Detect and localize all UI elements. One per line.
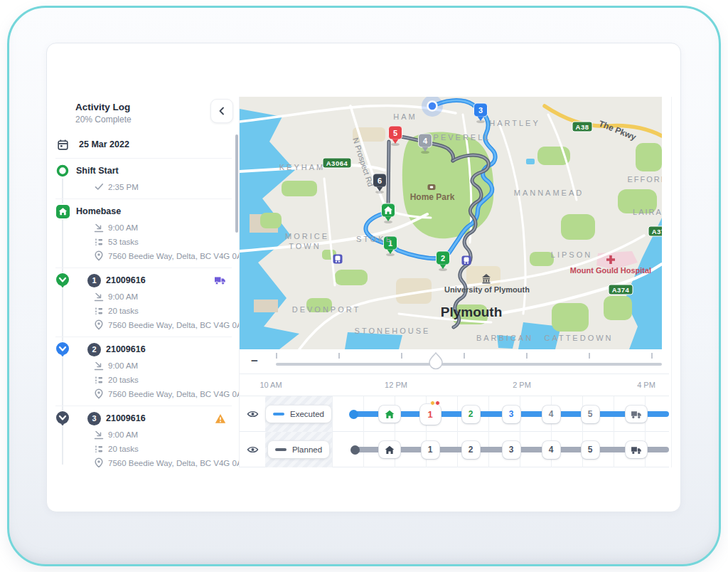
tasks-icon [94, 237, 104, 247]
train-poi-icon [333, 255, 343, 264]
map[interactable]: 543612 A3064A38A374A374 HAMKEYHAMMORICET… [240, 97, 662, 349]
timeline-panel: − 10 AM12 PM2 PM4 PM [240, 349, 669, 467]
entry-detail-pin: 7560 Beedie Way, Delta, BC V4G 0A5, CA [94, 388, 232, 400]
planned-home-chip[interactable] [379, 441, 400, 458]
executed-start-dot [349, 410, 358, 419]
entry-detail-arrival: 9:00 AM [94, 221, 232, 233]
current-location-dot[interactable] [428, 102, 437, 111]
planned-stop-chip-1[interactable]: 1 [422, 441, 439, 459]
legend-executed: Executed [266, 406, 331, 423]
activity-entry-stop-2[interactable]: 2210096169:00 AM20 tasks7560 Beedie Way,… [55, 337, 232, 406]
tasks-icon [94, 306, 104, 316]
map-label: KEYHAM [279, 163, 325, 171]
slider-track[interactable] [276, 363, 662, 366]
activity-entry-list: 25 Mar 2022Shift Start2:35 PMHomebase9:0… [55, 132, 232, 467]
planned-stop-chip-3[interactable]: 3 [503, 441, 520, 459]
map-label: HARTLEY [489, 119, 540, 127]
map-label: LIPSON [551, 250, 592, 259]
panel-title: Activity Log [75, 102, 130, 112]
svg-text:A374: A374 [652, 228, 662, 235]
map-label: STOKE [356, 235, 393, 243]
slider-handle[interactable] [427, 351, 445, 371]
map-label: MANNAMEAD [514, 189, 584, 197]
executed-stop-chip-2[interactable]: 2 [462, 406, 480, 423]
planned-color-swatch [275, 448, 287, 451]
time-axis-label: 2 PM [506, 381, 537, 389]
map-label: CATTEDOWN [544, 334, 613, 342]
planned-route-highlight [388, 142, 389, 208]
map-label: DEVONPORT [292, 305, 360, 314]
entry-title: 21009616 [106, 413, 146, 423]
executed-truck-chip[interactable] [626, 406, 647, 423]
pin-icon [94, 319, 104, 330]
map-label: BARBICAN [476, 334, 533, 342]
map-label: EFFORD [627, 175, 662, 184]
entry-detail-pin: 7560 Beedie Way, Delta, BC V4G 0A5, CA [94, 319, 232, 331]
planned-truck-chip[interactable] [626, 441, 647, 458]
planned-stop-chip-5[interactable]: 5 [582, 441, 599, 459]
alert-dot [430, 401, 435, 406]
entry-title: 25 Mar 2022 [79, 139, 129, 149]
executed-stop-chip-3[interactable]: 3 [503, 406, 520, 423]
zoom-out-button[interactable]: − [247, 354, 262, 369]
activity-log-panel: Activity Log 20% Complete 25 Mar 2022Shi… [47, 97, 240, 467]
slider-tick [651, 353, 653, 359]
tasks-icon [94, 375, 104, 385]
stop-pin-icon [55, 341, 70, 357]
warning-icon [215, 413, 226, 424]
pin-icon [94, 250, 104, 261]
alert-dot [435, 401, 440, 406]
activity-entry-date[interactable]: 25 Mar 2022 [55, 132, 232, 159]
legend-executed-label: Executed [290, 410, 324, 418]
activity-entry-stop-3[interactable]: 3210096169:00 AM20 tasks7560 Beedie Way,… [55, 406, 232, 467]
svg-text:4: 4 [423, 137, 428, 145]
calendar-icon [55, 137, 70, 152]
svg-text:3: 3 [478, 106, 483, 115]
app-screen: Activity Log 20% Complete 25 Mar 2022Shi… [46, 43, 681, 512]
entry-title: Shift Start [76, 166, 119, 176]
collapse-panel-button[interactable] [210, 99, 233, 123]
map-label: LAIRA [633, 208, 662, 216]
toggle-executed-visibility[interactable] [247, 410, 259, 418]
timeline-zoom-bar: − [240, 349, 669, 374]
entry-detail-tasks: 20 tasks [94, 374, 232, 386]
executed-stop-chip-5[interactable]: 5 [582, 406, 599, 423]
map-label: MORICE [285, 232, 329, 240]
svg-text:A38: A38 [576, 123, 589, 131]
planned-start-dot [350, 445, 360, 455]
progress-label: 20% Complete [75, 115, 132, 125]
executed-stop-chip-1[interactable]: 1 [420, 404, 441, 425]
activity-entry-shift[interactable]: Shift Start2:35 PM [55, 159, 232, 199]
map-label: TOWN [289, 242, 321, 250]
train-poi-icon [462, 256, 471, 265]
road-badge-A374: A374 [648, 226, 662, 236]
entry-detail-tasks: 20 tasks [94, 304, 232, 317]
timeline-row-planned: Planned 12345 [240, 432, 669, 467]
executed-track: 12345 [332, 396, 669, 432]
time-axis-label: 12 PM [380, 381, 412, 389]
planned-stop-chip-2[interactable]: 2 [462, 441, 480, 459]
slider-tick [338, 353, 340, 359]
sidebar-scrollbar[interactable] [235, 134, 238, 233]
stop-pin-icon [55, 411, 70, 426]
activity-entry-stop-1[interactable]: 1210096169:00 AM20 tasks7560 Beedie Way,… [55, 268, 232, 337]
executed-stop-chip-4[interactable]: 4 [542, 406, 560, 423]
activity-entry-homebase[interactable]: Homebase9:00 AM53 tasks7560 Beedie Way, … [55, 199, 232, 268]
slider-tick [276, 353, 277, 359]
svg-text:A3064: A3064 [326, 159, 348, 167]
svg-text:A374: A374 [612, 286, 630, 294]
toggle-planned-visibility[interactable] [247, 445, 259, 454]
map-label: University of Plymouth [444, 285, 530, 294]
svg-text:6: 6 [378, 176, 382, 185]
planned-stop-chip-4[interactable]: 4 [542, 441, 560, 459]
svg-text:2: 2 [441, 254, 445, 263]
road-badge-A38: A38 [572, 122, 592, 132]
time-axis-label: 4 PM [631, 381, 662, 389]
entry-title: 21009616 [106, 275, 146, 285]
map-label: PEVERELL [434, 133, 491, 142]
time-axis-label: 10 AM [255, 381, 287, 389]
map-label: Plymouth [441, 304, 503, 319]
eye-icon [247, 445, 259, 454]
executed-home-chip[interactable] [379, 406, 400, 423]
entry-detail-tasks: 53 tasks [94, 235, 232, 248]
